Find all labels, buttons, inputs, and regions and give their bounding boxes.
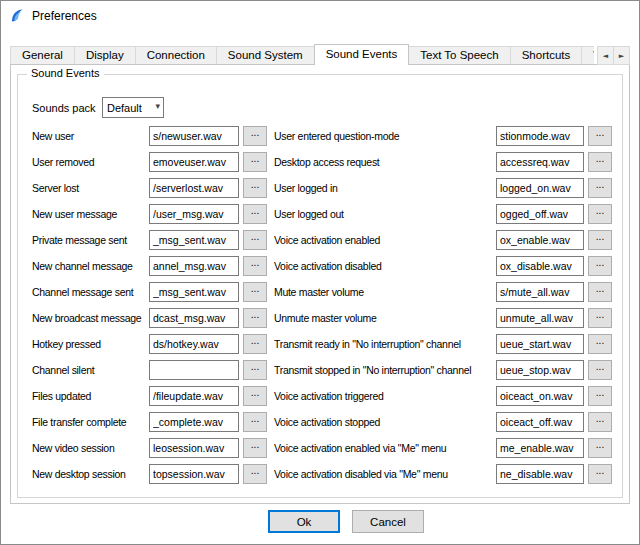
sound-event-label: Voice activation stopped [274,416,496,428]
browse-button[interactable]: ... [243,334,267,354]
sound-file-input[interactable] [496,204,584,224]
sound-event-row: Channel silent... [32,360,270,380]
tab-text-to-speech[interactable]: Text To Speech [408,46,510,65]
sound-file-input[interactable] [496,126,584,146]
footer: Ok Cancel [1,510,639,533]
tab-scroll-right-button[interactable]: ► [613,46,630,65]
browse-button[interactable]: ... [243,412,267,432]
sound-event-label: Mute master volume [274,286,496,298]
browse-button[interactable]: ... [588,126,612,146]
cancel-button[interactable]: Cancel [352,510,424,533]
sound-event-label: New video session [32,442,149,454]
tab-sound-events[interactable]: Sound Events [314,44,410,65]
sound-file-input[interactable] [496,308,584,328]
sound-file-input[interactable] [496,178,584,198]
tab-bar: GeneralDisplayConnectionSound SystemSoun… [10,44,630,65]
sound-events-column-left: New user...User removed...Server lost...… [32,126,270,490]
sound-file-input[interactable] [496,230,584,250]
browse-button[interactable]: ... [588,360,612,380]
browse-button[interactable]: ... [243,308,267,328]
sound-file-input[interactable] [496,438,584,458]
sound-file-input[interactable] [149,230,239,250]
sound-file-input[interactable] [149,334,239,354]
sound-event-row: New desktop session... [32,464,270,484]
tab-connection[interactable]: Connection [135,46,217,65]
tab-scroll-left-button[interactable]: ◄ [597,46,614,65]
sound-file-input[interactable] [149,282,239,302]
sound-file-input[interactable] [496,282,584,302]
sound-event-label: Transmit ready in "No interruption" chan… [274,338,496,350]
browse-button[interactable]: ... [588,412,612,432]
browse-button[interactable]: ... [243,178,267,198]
preferences-window: Preferences GeneralDisplayConnectionSoun… [0,0,640,545]
browse-button[interactable]: ... [243,152,267,172]
browse-button[interactable]: ... [588,256,612,276]
sound-event-label: New desktop session [32,468,149,480]
browse-button[interactable]: ... [588,178,612,198]
sound-event-label: Voice activation disabled [274,260,496,272]
tab-display[interactable]: Display [74,46,136,65]
sound-file-input[interactable] [149,412,239,432]
sound-event-label: Files updated [32,390,149,402]
sound-event-label: Channel silent [32,364,149,376]
sound-file-input[interactable] [149,178,239,198]
sound-file-input[interactable] [496,360,584,380]
sound-events-column-right: User entered question-mode...Desktop acc… [274,126,614,490]
tab-list: GeneralDisplayConnectionSound SystemSoun… [10,44,594,65]
browse-button[interactable]: ... [243,126,267,146]
ok-button[interactable]: Ok [268,510,340,533]
sound-event-row: Voice activation enabled... [274,230,614,250]
sound-event-label: Channel message sent [32,286,149,298]
sound-file-input[interactable] [149,438,239,458]
tab-sound-system[interactable]: Sound System [216,46,315,65]
sounds-pack-value: Default [107,102,142,114]
sound-file-input[interactable] [496,412,584,432]
tab-general[interactable]: General [10,46,75,65]
sound-file-input[interactable] [149,256,239,276]
sound-file-input[interactable] [149,152,239,172]
browse-button[interactable]: ... [243,282,267,302]
sound-event-label: Hotkey pressed [32,338,149,350]
browse-button[interactable]: ... [588,230,612,250]
sound-file-input[interactable] [149,464,239,484]
sound-event-row: Voice activation stopped... [274,412,614,432]
browse-button[interactable]: ... [243,360,267,380]
sound-file-input[interactable] [496,256,584,276]
sound-file-input[interactable] [496,464,584,484]
sound-event-label: Desktop access request [274,156,496,168]
sounds-pack-label: Sounds pack [32,102,102,114]
browse-button[interactable]: ... [243,230,267,250]
browse-button[interactable]: ... [243,204,267,224]
sound-event-row: New user... [32,126,270,146]
sounds-pack-select[interactable]: Default ▾ [102,97,164,118]
tab-shortcuts[interactable]: Shortcuts [510,46,583,65]
sound-file-input[interactable] [149,126,239,146]
sound-file-input[interactable] [149,386,239,406]
sound-file-input[interactable] [149,308,239,328]
browse-button[interactable]: ... [588,152,612,172]
browse-button[interactable]: ... [588,204,612,224]
sound-event-row: Transmit ready in "No interruption" chan… [274,334,614,354]
browse-button[interactable]: ... [243,386,267,406]
sound-file-input[interactable] [496,334,584,354]
browse-button[interactable]: ... [588,282,612,302]
sound-file-input[interactable] [149,360,239,380]
titlebar: Preferences [1,1,639,31]
tab-video[interactable]: Video [581,46,594,65]
browse-button[interactable]: ... [588,438,612,458]
sound-event-row: New video session... [32,438,270,458]
browse-button[interactable]: ... [243,464,267,484]
browse-button[interactable]: ... [588,464,612,484]
sound-event-label: File transfer complete [32,416,149,428]
browse-button[interactable]: ... [243,256,267,276]
browse-button[interactable]: ... [588,334,612,354]
sound-event-label: New user message [32,208,149,220]
browse-button[interactable]: ... [588,308,612,328]
sound-event-row: New user message... [32,204,270,224]
sound-file-input[interactable] [149,204,239,224]
browse-button[interactable]: ... [588,386,612,406]
window-title: Preferences [32,9,97,23]
sound-file-input[interactable] [496,386,584,406]
browse-button[interactable]: ... [243,438,267,458]
sound-file-input[interactable] [496,152,584,172]
